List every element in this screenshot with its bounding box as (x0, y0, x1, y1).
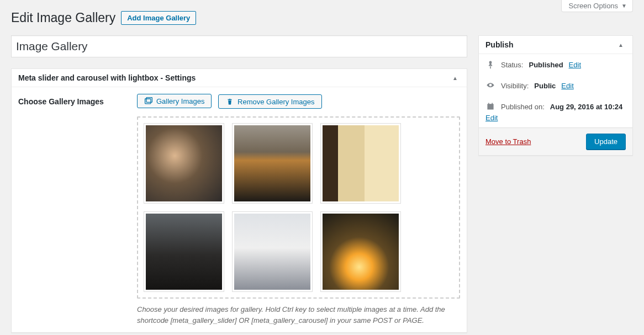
svg-rect-0 (145, 99, 151, 104)
publish-postbox: Publish ▲ Status: Published Edit (478, 35, 633, 156)
move-to-trash-link[interactable]: Move to Trash (485, 137, 531, 146)
gallery-thumbnail[interactable] (144, 211, 224, 292)
pin-icon (485, 60, 495, 70)
publish-major-actions: Move to Trash Update (479, 127, 632, 155)
trash-icon (225, 97, 234, 106)
post-title-input[interactable] (11, 35, 467, 57)
status-value: Published (529, 61, 563, 69)
thumbnail-image (146, 214, 222, 290)
gallery-thumbnail[interactable] (144, 123, 224, 204)
remove-gallery-images-button-label: Remove Gallery Images (237, 98, 314, 106)
gallery-thumbnail[interactable] (320, 123, 401, 204)
title-wrap (11, 35, 467, 57)
visibility-value: Public (534, 82, 556, 90)
thumbnail-image (234, 125, 310, 201)
page-title-text: Edit Image Gallery (11, 10, 115, 25)
settings-postbox-title: Meta slider and carousel with lightbox -… (18, 73, 196, 82)
screen-meta: Screen Options ▼ (561, 0, 633, 12)
calendar-icon (485, 102, 495, 111)
screen-options-button[interactable]: Screen Options ▼ (561, 0, 633, 12)
page-heading: Edit Image Gallery Add Image Gallery (11, 6, 633, 28)
visibility-label: Visibility: (501, 82, 529, 90)
edit-visibility-link[interactable]: Edit (561, 82, 573, 90)
gallery-images-button[interactable]: Gallery Images (137, 94, 212, 108)
choose-gallery-label: Choose Gallery Images (18, 94, 126, 106)
gallery-thumbnail[interactable] (232, 211, 313, 292)
publish-status-row: Status: Published Edit (479, 54, 632, 75)
svg-rect-1 (146, 98, 152, 103)
status-label: Status: (501, 61, 523, 69)
thumbnail-image (146, 125, 222, 201)
collapse-up-icon[interactable]: ▲ (450, 74, 460, 82)
gallery-description: Choose your desired images for gallery. … (137, 304, 460, 326)
add-image-gallery-button[interactable]: Add Image Gallery (121, 11, 196, 25)
thumbnail-image (234, 214, 310, 290)
media-images-icon (144, 97, 153, 105)
update-button[interactable]: Update (586, 134, 626, 150)
caret-down-icon: ▼ (621, 3, 627, 9)
gallery-images-button-label: Gallery Images (156, 97, 204, 105)
published-on-label: Published on: (501, 103, 545, 111)
edit-status-link[interactable]: Edit (569, 61, 581, 69)
publish-postbox-title: Publish (485, 40, 514, 49)
screen-options-label: Screen Options (568, 2, 618, 10)
settings-postbox-header[interactable]: Meta slider and carousel with lightbox -… (12, 69, 467, 87)
edit-date-link[interactable]: Edit (485, 114, 498, 122)
publish-postbox-header[interactable]: Publish ▲ (479, 36, 632, 54)
gallery-thumbnail[interactable] (320, 211, 401, 292)
gallery-dropzone[interactable] (137, 116, 460, 299)
publish-visibility-row: Visibility: Public Edit (479, 75, 632, 96)
remove-gallery-images-button[interactable]: Remove Gallery Images (218, 94, 321, 109)
thumbnail-image (323, 125, 399, 201)
thumbnail-image (323, 214, 399, 290)
settings-postbox: Meta slider and carousel with lightbox -… (11, 68, 467, 333)
gallery-thumbnail[interactable] (232, 123, 313, 204)
visibility-icon (485, 81, 495, 91)
collapse-up-icon[interactable]: ▲ (616, 41, 626, 49)
published-on-value: Aug 29, 2016 at 10:24 (550, 103, 623, 111)
